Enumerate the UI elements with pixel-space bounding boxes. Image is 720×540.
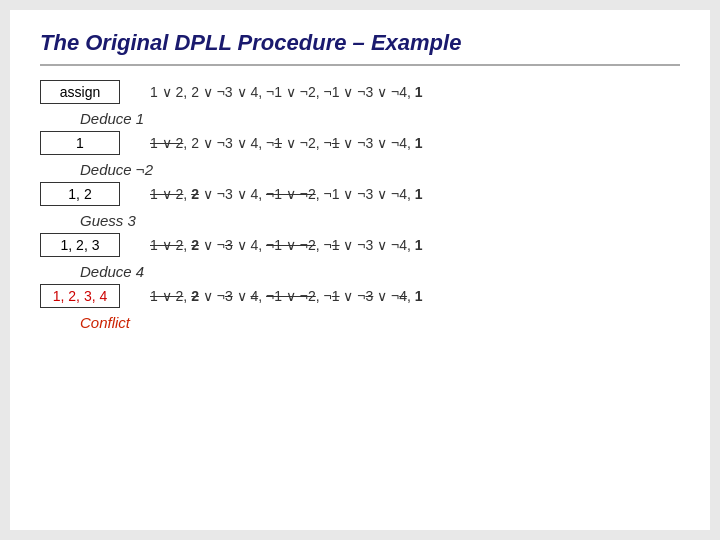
row-assign: assign 1 ∨ 2, 2 ∨ ¬3 ∨ 4, ¬1 ∨ ¬2, ¬1 ∨ …	[40, 80, 680, 104]
slide-title: The Original DPLL Procedure – Example	[40, 30, 680, 56]
row-1: 1 1 ∨ 2, 2 ∨ ¬3 ∨ 4, ¬1 ∨ ¬2, ¬1 ∨ ¬3 ∨ …	[40, 131, 680, 155]
deduce-label-1: Deduce 1	[40, 110, 680, 127]
assign-box-123: 1, 2, 3	[40, 233, 120, 257]
formula-assign: 1 ∨ 2, 2 ∨ ¬3 ∨ 4, ¬1 ∨ ¬2, ¬1 ∨ ¬3 ∨ ¬4…	[150, 84, 423, 100]
row-12: 1, 2 1 ∨ 2, 2 ∨ ¬3 ∨ 4, ¬1 ∨ ¬2, ¬1 ∨ ¬3…	[40, 182, 680, 206]
formula-1234: 1 ∨ 2, 2 ∨ ¬3 ∨ 4, ¬1 ∨ ¬2, ¬1 ∨ ¬3 ∨ ¬4…	[150, 288, 423, 304]
assign-box-1: 1	[40, 131, 120, 155]
deduce-label-4: Deduce 4	[40, 263, 680, 280]
formula-12: 1 ∨ 2, 2 ∨ ¬3 ∨ 4, ¬1 ∨ ¬2, ¬1 ∨ ¬3 ∨ ¬4…	[150, 186, 423, 202]
slide: The Original DPLL Procedure – Example as…	[10, 10, 710, 530]
deduce-label-neg2: Deduce ¬2	[40, 161, 680, 178]
title-divider	[40, 64, 680, 66]
guess-label-3: Guess 3	[40, 212, 680, 229]
formula-1: 1 ∨ 2, 2 ∨ ¬3 ∨ 4, ¬1 ∨ ¬2, ¬1 ∨ ¬3 ∨ ¬4…	[150, 135, 423, 151]
conflict-label: Conflict	[40, 314, 680, 331]
assign-box: assign	[40, 80, 120, 104]
row-1234: 1, 2, 3, 4 1 ∨ 2, 2 ∨ ¬3 ∨ 4, ¬1 ∨ ¬2, ¬…	[40, 284, 680, 308]
assign-box-12: 1, 2	[40, 182, 120, 206]
formula-123: 1 ∨ 2, 2 ∨ ¬3 ∨ 4, ¬1 ∨ ¬2, ¬1 ∨ ¬3 ∨ ¬4…	[150, 237, 423, 253]
row-123: 1, 2, 3 1 ∨ 2, 2 ∨ ¬3 ∨ 4, ¬1 ∨ ¬2, ¬1 ∨…	[40, 233, 680, 257]
assign-box-1234: 1, 2, 3, 4	[40, 284, 120, 308]
